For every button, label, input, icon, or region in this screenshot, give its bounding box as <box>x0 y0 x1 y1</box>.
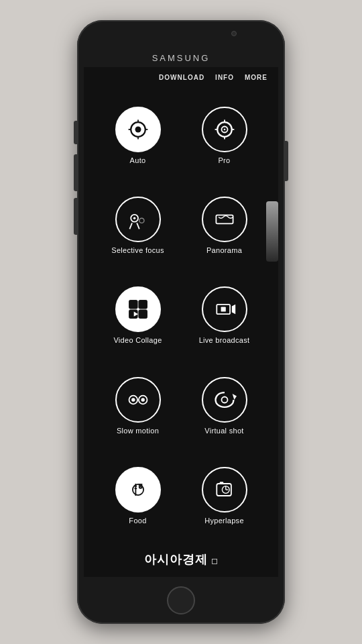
camera-modes-grid: Auto Pro <box>84 87 278 545</box>
selective-focus-icon <box>126 207 150 231</box>
mode-pro-label: Pro <box>218 156 230 164</box>
svg-rect-26 <box>221 307 225 312</box>
mode-live-broadcast-icon-circle <box>202 286 247 332</box>
screen-glare <box>266 201 278 262</box>
svg-point-8 <box>223 129 225 131</box>
phone-top: SAMSUNG <box>77 20 285 67</box>
slow-motion-icon <box>126 388 150 412</box>
watermark-text: 아시아경제 <box>144 553 208 566</box>
mode-virtual-shot-icon-circle <box>202 377 247 423</box>
mode-video-collage[interactable]: Video Collage <box>95 272 181 359</box>
mode-virtual-shot[interactable]: Virtual shot <box>181 362 267 449</box>
mode-panorama-label: Panorama <box>206 246 242 254</box>
bixby-button[interactable] <box>74 198 77 235</box>
mode-food-label: Food <box>129 517 146 525</box>
mode-live-broadcast[interactable]: Live broadcast <box>181 272 267 359</box>
mode-video-collage-icon-circle <box>115 286 161 332</box>
screen-bottom: 아시아경제 ◻ <box>84 545 278 577</box>
volume-down-button[interactable] <box>74 154 77 191</box>
mode-pro[interactable]: Pro <box>181 92 267 179</box>
hyperlapse-icon <box>213 478 237 502</box>
mode-selective-focus-icon-circle <box>115 197 161 242</box>
virtual-shot-icon <box>213 388 237 412</box>
camera-sensor <box>231 31 237 36</box>
panorama-icon <box>213 207 237 231</box>
samsung-logo: SAMSUNG <box>152 53 210 63</box>
svg-rect-19 <box>129 301 137 309</box>
mode-auto[interactable]: Auto <box>95 92 181 179</box>
food-icon <box>126 478 150 502</box>
camera-screen: DOWNLOAD INFO MORE Auto <box>84 67 278 577</box>
video-collage-icon <box>126 297 150 321</box>
volume-up-button[interactable] <box>74 121 77 144</box>
mode-panorama[interactable]: Panorama <box>181 182 267 269</box>
power-button[interactable] <box>285 141 288 181</box>
mode-virtual-shot-label: Virtual shot <box>204 427 243 435</box>
svg-line-16 <box>137 223 139 229</box>
mode-selective-focus-label: Selective focus <box>111 246 164 254</box>
svg-point-15 <box>139 218 143 223</box>
svg-point-32 <box>221 396 227 402</box>
mode-slow-motion-label: Slow motion <box>117 427 159 435</box>
auto-icon <box>126 117 150 142</box>
svg-rect-20 <box>138 301 147 309</box>
mode-live-broadcast-label: Live broadcast <box>199 336 250 344</box>
mode-selective-focus[interactable]: Selective focus <box>95 182 181 269</box>
svg-point-30 <box>141 398 144 401</box>
svg-point-28 <box>131 398 135 401</box>
top-navigation: DOWNLOAD INFO MORE <box>84 67 278 87</box>
phone: SAMSUNG DOWNLOAD INFO MORE <box>77 20 285 624</box>
pro-icon <box>213 117 237 142</box>
watermark-symbol: ◻ <box>211 556 218 566</box>
more-button[interactable]: MORE <box>245 74 267 81</box>
svg-point-14 <box>133 217 135 220</box>
svg-point-1 <box>135 127 141 133</box>
mode-food[interactable]: Food <box>95 452 181 539</box>
home-button[interactable] <box>167 586 195 614</box>
svg-rect-22 <box>138 310 147 319</box>
mode-hyperlapse-label: Hyperlapse <box>204 517 244 525</box>
svg-rect-42 <box>219 482 223 484</box>
info-button[interactable]: INFO <box>215 74 234 81</box>
mode-auto-label: Auto <box>130 156 146 164</box>
mode-auto-icon-circle <box>115 107 161 152</box>
svg-line-17 <box>129 223 132 229</box>
mode-slow-motion-icon-circle <box>115 377 161 423</box>
mode-video-collage-label: Video Collage <box>113 336 162 344</box>
mode-pro-icon-circle <box>202 107 247 152</box>
phone-bottom <box>77 577 285 624</box>
mode-food-icon-circle <box>115 467 161 513</box>
mode-slow-motion[interactable]: Slow motion <box>95 362 181 449</box>
svg-marker-25 <box>231 305 235 314</box>
svg-marker-31 <box>232 394 236 400</box>
live-broadcast-icon <box>213 297 237 321</box>
mode-hyperlapse[interactable]: Hyperlapse <box>181 452 267 539</box>
download-button[interactable]: DOWNLOAD <box>159 74 204 81</box>
mode-panorama-icon-circle <box>202 197 247 242</box>
mode-hyperlapse-icon-circle <box>202 467 247 513</box>
